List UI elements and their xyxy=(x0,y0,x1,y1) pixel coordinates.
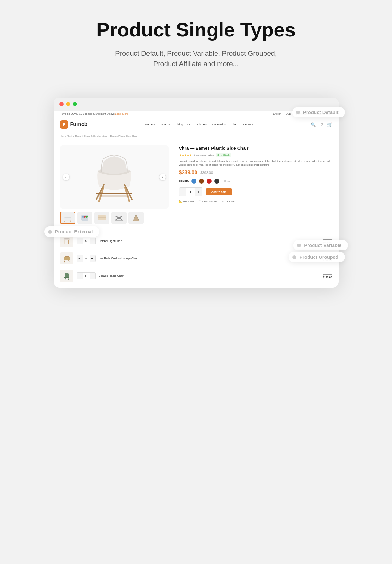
nav-contact[interactable]: Contact xyxy=(243,123,253,126)
grouped-qty-decrease-1[interactable]: − xyxy=(77,238,83,244)
image-prev-button[interactable]: ‹ xyxy=(63,174,70,181)
label-dot-grouped xyxy=(292,255,296,259)
svg-line-30 xyxy=(65,278,65,280)
grouped-qty-1: − + xyxy=(77,238,96,244)
nav-icons: 🔍 ♡ 🛒 xyxy=(311,122,332,127)
color-swatch-red[interactable] xyxy=(207,179,212,184)
lang-selector[interactable]: English xyxy=(273,112,281,115)
label-product-grouped: Product Grouped xyxy=(289,252,345,262)
grouped-qty-input-1[interactable] xyxy=(83,238,90,244)
product-rating: ★★★★★ 1 customer review In Stock xyxy=(179,153,333,157)
thumbnail-4[interactable] xyxy=(111,212,127,224)
nav-blog[interactable]: Blog xyxy=(232,123,237,126)
svg-rect-29 xyxy=(64,277,69,278)
page-title: Product Single Types xyxy=(96,19,296,41)
size-chart-icon: 📐 xyxy=(179,200,182,203)
announcement-text: Furnob's COVID-19 Updates & Shipment Del… xyxy=(60,112,128,115)
announcement-link[interactable]: Learn More xyxy=(115,112,128,115)
quantity-input[interactable] xyxy=(186,188,195,196)
grouped-qty-decrease-2[interactable]: − xyxy=(77,255,83,262)
thumbnail-2[interactable] xyxy=(77,212,92,224)
nav-kitchen[interactable]: Kitchen xyxy=(197,123,207,126)
price-old: $393.00 xyxy=(200,171,213,174)
stock-dot xyxy=(217,154,219,156)
nav-decoration[interactable]: Decoration xyxy=(212,123,226,126)
image-next-button[interactable]: › xyxy=(159,174,166,181)
compare-icon: ↔ xyxy=(221,200,224,203)
grouped-prices-3: $149.00 $129.00 xyxy=(323,273,332,279)
grouped-qty-increase-1[interactable]: + xyxy=(90,238,95,244)
browser-mockup: Product Default Product Variable Product… xyxy=(54,98,339,288)
color-selector: COLOR: × Clear xyxy=(179,179,333,184)
label-dot-default xyxy=(296,111,300,114)
stock-badge: In Stock xyxy=(216,153,231,157)
price-row: $339.00 $393.00 xyxy=(179,170,333,175)
product-info: Vitra — Eames Plastic Side Chair ★★★★★ 1… xyxy=(173,140,339,229)
svg-point-12 xyxy=(84,216,86,218)
thumbnails xyxy=(60,212,169,224)
grouped-qty-input-2[interactable] xyxy=(83,255,90,262)
qty-decrease-button[interactable]: − xyxy=(179,188,186,196)
nav-links: Home ▾ Shop ▾ Living Room Kitchen Decora… xyxy=(145,123,253,126)
svg-rect-28 xyxy=(65,273,69,278)
search-icon[interactable]: 🔍 xyxy=(311,122,316,127)
grouped-item-1: − + October Light Chair $735.00 $659.00 xyxy=(60,232,332,250)
color-swatch-dark[interactable] xyxy=(214,179,219,184)
color-swatch-brown[interactable] xyxy=(199,179,204,184)
nav-living-room[interactable]: Living Room xyxy=(176,123,191,126)
grouped-thumb-2 xyxy=(60,252,73,264)
grouped-price-new-3: $129.00 xyxy=(323,276,332,279)
thumbnail-5[interactable] xyxy=(128,212,144,224)
browser-dot-green xyxy=(73,102,77,106)
label-dot-external xyxy=(48,230,52,234)
product-layout: ‹ xyxy=(54,140,339,229)
grouped-qty-input-3[interactable] xyxy=(83,273,90,279)
browser-dot-red xyxy=(59,102,64,106)
label-dot-variable xyxy=(297,244,301,247)
wishlist-link[interactable]: ♡ Add to Wishlist xyxy=(198,200,217,203)
grouped-qty-2: − + xyxy=(77,255,96,262)
color-swatch-blue[interactable] xyxy=(191,179,196,184)
price-current: $339.00 xyxy=(179,170,197,175)
nav-home[interactable]: Home ▾ xyxy=(145,123,155,126)
page-subtitle: Product Default, Product Variable, Produ… xyxy=(115,48,277,69)
size-chart-link[interactable]: 📐 Size Chart xyxy=(179,200,194,203)
thumbnail-3[interactable] xyxy=(94,212,109,224)
svg-rect-23 xyxy=(64,238,69,239)
quantity-control: − + xyxy=(179,187,202,196)
qty-increase-button[interactable]: + xyxy=(195,188,202,196)
action-links: 📐 Size Chart ♡ Add to Wishlist ↔ Compare xyxy=(179,200,333,203)
thumbnail-1[interactable] xyxy=(60,212,75,224)
compare-link[interactable]: ↔ Compare xyxy=(221,200,234,203)
grouped-price-old-3: $149.00 xyxy=(323,273,332,276)
grouped-qty-increase-2[interactable]: + xyxy=(90,255,95,262)
add-to-cart-button[interactable]: Add to cart xyxy=(206,188,232,195)
star-rating: ★★★★★ xyxy=(179,154,192,157)
main-nav: F Furnob Home ▾ Shop ▾ Living Room Kitch… xyxy=(54,117,339,132)
label-product-default: Product Default xyxy=(292,107,345,117)
cart-icon[interactable]: 🛒 xyxy=(327,122,332,127)
logo: F Furnob xyxy=(60,120,88,129)
main-image-container: ‹ xyxy=(60,145,169,209)
grouped-product-name-1: October Light Chair xyxy=(99,239,320,243)
svg-line-9 xyxy=(70,221,71,222)
clear-color-link[interactable]: × Clear xyxy=(222,180,230,182)
product-images: ‹ xyxy=(54,140,173,229)
grouped-product-name-2: Low Fade Outdoor Lounge Chair xyxy=(99,257,320,260)
wishlist-icon[interactable]: ♡ xyxy=(320,122,323,127)
grouped-qty-3: − + xyxy=(77,272,96,279)
grouped-qty-decrease-3[interactable]: − xyxy=(77,273,83,279)
grouped-product-name-3: Decade Plastic Chair xyxy=(99,274,320,277)
svg-point-11 xyxy=(82,216,84,218)
color-label: COLOR: xyxy=(179,180,189,182)
breadcrumb: Home / Living Room / Chairs & Stools / V… xyxy=(54,132,339,140)
currency-selector[interactable]: USD xyxy=(286,112,291,115)
browser-dot-yellow xyxy=(66,102,70,106)
nav-shop[interactable]: Shop ▾ xyxy=(161,123,170,126)
review-count[interactable]: 1 customer review xyxy=(194,154,214,156)
qty-cart-row: − + Add to cart xyxy=(179,187,333,196)
svg-line-31 xyxy=(68,278,68,280)
logo-icon: F xyxy=(60,120,68,129)
label-product-external: Product External xyxy=(44,226,99,237)
grouped-qty-increase-3[interactable]: + xyxy=(90,273,95,279)
